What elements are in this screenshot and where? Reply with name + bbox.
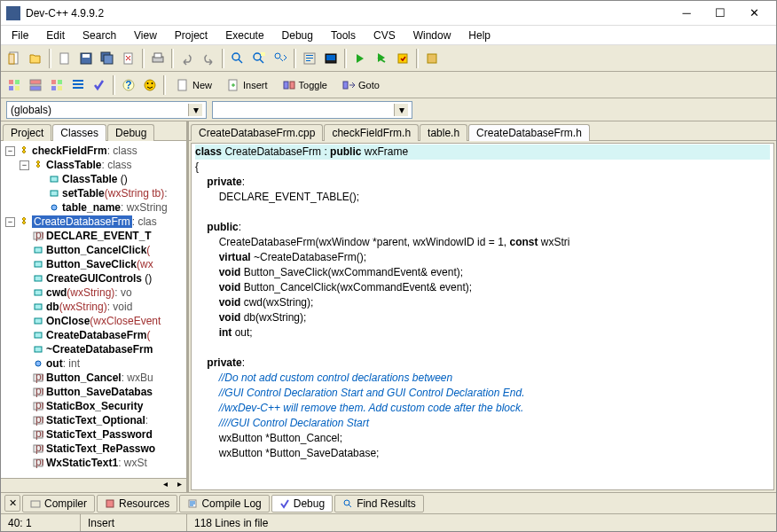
bottom-tab-compiler[interactable]: Compiler <box>22 495 95 512</box>
tree-node[interactable]: cwd (wxString) : vo <box>4 286 184 300</box>
save-button[interactable] <box>76 49 96 68</box>
tree-node[interactable]: table_name : wxString <box>4 200 184 215</box>
code-line[interactable]: ////GUI Control Declaration Start <box>195 416 770 431</box>
tree-node[interactable]: CreateGUIControls () <box>4 271 184 286</box>
tree-node[interactable]: Button_SaveClick (wx <box>4 257 184 271</box>
code-line[interactable]: private: <box>195 356 770 371</box>
code-line[interactable]: void Button_CancelClick(wxCommandEvent& … <box>195 280 770 295</box>
code-line[interactable]: wxButton *Button_SaveDatabase; <box>195 446 770 461</box>
bottom-tab-compile-log[interactable]: Compile Log <box>179 495 269 512</box>
tree-node[interactable]: setTable (wxString tb) : <box>4 186 184 200</box>
tree-node[interactable]: privStaticText_Password <box>4 427 184 442</box>
tree-node[interactable]: ~CreateDatabaseFrm <box>4 342 184 356</box>
member-combo[interactable]: ▾ <box>212 101 412 119</box>
menu-help[interactable]: Help <box>459 27 499 43</box>
help-button[interactable]: ? <box>119 75 138 95</box>
open-button[interactable] <box>26 49 45 68</box>
left-tab-project[interactable]: Project <box>3 124 51 141</box>
menu-view[interactable]: View <box>125 27 166 43</box>
code-line[interactable] <box>195 340 770 356</box>
code-line[interactable]: void db(wxString); <box>195 310 770 325</box>
toggle-button[interactable]: Toggle <box>276 75 334 95</box>
tree-node[interactable]: Button_CancelClick ( <box>4 243 184 257</box>
code-line[interactable]: void Button_SaveClick(wxCommandEvent& ev… <box>195 265 770 280</box>
bottom-tab-resources[interactable]: Resources <box>97 495 177 512</box>
menu-debug[interactable]: Debug <box>273 27 322 43</box>
find-next-button[interactable] <box>271 49 290 68</box>
code-line[interactable]: //GUI Control Declaration Start and GUI … <box>195 386 770 401</box>
left-tab-classes[interactable]: Classes <box>52 124 106 141</box>
grid-c-button[interactable] <box>47 75 67 95</box>
compile-run-button[interactable] <box>350 49 370 68</box>
code-line[interactable]: DECLARE_EVENT_TABLE(); <box>195 190 770 205</box>
code-line[interactable]: //wxDev-C++ will remove them. Add custom… <box>195 401 770 416</box>
tree-node[interactable]: db (wxString) : void <box>4 300 184 314</box>
code-line[interactable]: class CreateDatabaseFrm : public wxFrame <box>195 145 770 160</box>
scope-combo[interactable]: (globals) ▾ <box>6 101 207 119</box>
menu-search[interactable]: Search <box>74 27 125 43</box>
tree-node[interactable]: privDECLARE_EVENT_T <box>4 229 184 243</box>
code-line[interactable]: CreateDatabaseFrm(wxWindow *parent, wxWi… <box>195 235 770 250</box>
code-line[interactable] <box>195 205 770 220</box>
redo-button[interactable] <box>199 49 218 68</box>
code-line[interactable]: int out; <box>195 325 770 340</box>
tree-node[interactable]: privButton_Cancel : wxBu <box>4 371 184 385</box>
tree-node[interactable]: CreateDatabaseFrm ( <box>4 328 184 342</box>
menu-cvs[interactable]: CVS <box>365 27 404 43</box>
find-button[interactable] <box>228 49 247 68</box>
tree-node[interactable]: privStaticText_Optional : <box>4 413 184 427</box>
tree-node[interactable]: privButton_SaveDatabas <box>4 385 184 399</box>
menu-window[interactable]: Window <box>404 27 460 43</box>
close-button[interactable]: ✕ <box>737 3 771 24</box>
class-tree[interactable]: −checkFieldFrm : class−ClassTable : clas… <box>1 141 186 478</box>
new-doc-button[interactable] <box>55 49 75 68</box>
save-all-button[interactable] <box>98 49 117 68</box>
check-button[interactable] <box>90 75 109 95</box>
new-project-button[interactable]: New <box>169 75 218 95</box>
print-button[interactable] <box>148 49 168 68</box>
code-line[interactable]: { <box>195 160 770 175</box>
compile-button[interactable] <box>300 49 319 68</box>
run-button[interactable] <box>321 49 341 68</box>
tree-node[interactable]: privStaticText_RePasswo <box>4 442 184 456</box>
tree-node[interactable]: ClassTable () <box>4 172 184 186</box>
menu-tools[interactable]: Tools <box>322 27 365 43</box>
list-button[interactable] <box>68 75 88 95</box>
rebuild-button[interactable] <box>372 49 391 68</box>
expand-icon[interactable]: − <box>5 217 15 227</box>
tree-node[interactable]: −ClassTable : class <box>4 158 184 172</box>
menu-file[interactable]: File <box>3 27 37 43</box>
scroll-right-button[interactable]: ▸ <box>172 479 186 492</box>
maximize-button[interactable]: ☐ <box>703 3 737 24</box>
menu-execute[interactable]: Execute <box>216 27 272 43</box>
left-tab-debug[interactable]: Debug <box>107 124 154 141</box>
code-line[interactable]: //Do not add custom control declarations… <box>195 371 770 386</box>
minimize-button[interactable]: ─ <box>670 3 703 24</box>
code-line[interactable]: virtual ~CreateDatabaseFrm(); <box>195 250 770 265</box>
replace-button[interactable] <box>249 49 269 68</box>
bottom-tab-debug[interactable]: Debug <box>271 495 333 512</box>
insert-button[interactable]: Insert <box>220 75 274 95</box>
tree-node[interactable]: privWxStaticText1 : wxSt <box>4 456 184 470</box>
about-button[interactable] <box>140 75 160 95</box>
grid-b-button[interactable] <box>26 75 45 95</box>
bottom-tab-find-results[interactable]: Find Results <box>334 495 424 512</box>
grid-a-button[interactable] <box>4 75 24 95</box>
editor-tab[interactable]: checkFieldFrm.h <box>324 124 419 141</box>
editor-tab[interactable]: CreateDatabaseFrm.cpp <box>191 124 323 141</box>
tree-node[interactable]: privStaticBox_Security <box>4 399 184 413</box>
editor-tab[interactable]: table.h <box>420 124 467 141</box>
code-line[interactable]: private: <box>195 175 770 190</box>
tree-node[interactable]: −checkFieldFrm : class <box>4 144 184 158</box>
tree-node[interactable]: −CreateDatabaseFrm : clas <box>4 215 184 229</box>
code-line[interactable]: public: <box>195 220 770 235</box>
new-file-button[interactable] <box>4 49 24 68</box>
debug-button[interactable] <box>393 49 412 68</box>
code-line[interactable]: wxButton *Button_Cancel; <box>195 431 770 446</box>
scroll-left-button[interactable]: ◂ <box>158 479 172 492</box>
tree-node[interactable]: out : int <box>4 356 184 371</box>
close-bottom-button[interactable]: ✕ <box>4 495 20 512</box>
editor-tab[interactable]: CreateDatabaseFrm.h <box>468 124 590 141</box>
undo-button[interactable] <box>177 49 197 68</box>
expand-icon[interactable]: − <box>5 146 15 156</box>
